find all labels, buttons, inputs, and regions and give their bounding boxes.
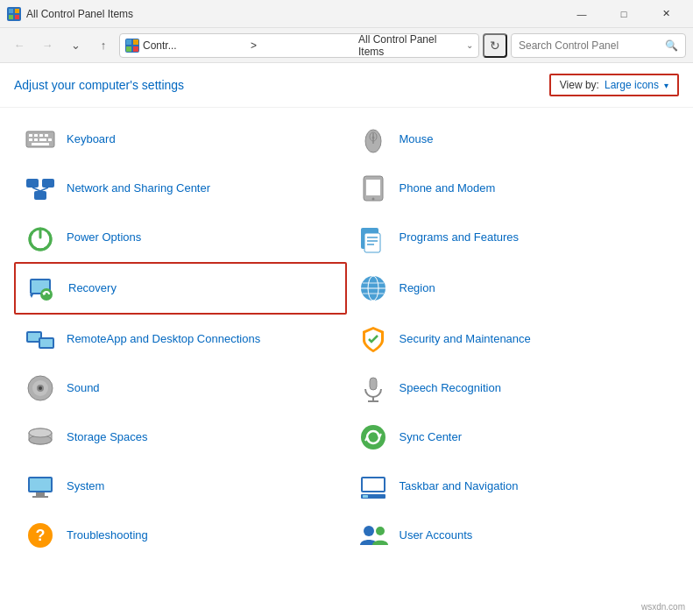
svg-rect-15	[39, 138, 46, 141]
item-label-power: Power Options	[67, 230, 141, 245]
svg-rect-22	[26, 179, 39, 188]
item-icon-sync	[356, 420, 391, 455]
panel-item-system[interactable]: System	[14, 462, 347, 511]
panel-item-programs[interactable]: Programs and Features	[347, 213, 680, 262]
item-icon-keyboard	[23, 122, 58, 157]
view-by-label: View by:	[560, 79, 599, 91]
svg-rect-64	[36, 492, 45, 496]
svg-rect-49	[40, 339, 53, 347]
panel-item-user[interactable]: User Accounts	[347, 511, 680, 560]
panel-item-security[interactable]: Security and Maintenance	[347, 315, 680, 364]
item-label-user: User Accounts	[400, 528, 473, 543]
svg-rect-6	[126, 46, 131, 52]
item-label-sound: Sound	[67, 381, 100, 396]
item-icon-mouse	[356, 122, 391, 157]
item-label-region: Region	[400, 281, 435, 296]
panel-item-region[interactable]: Region	[347, 262, 680, 315]
svg-rect-17	[32, 143, 49, 145]
dropdown-button[interactable]: ⌄	[63, 33, 88, 58]
item-icon-remote	[23, 322, 58, 357]
svg-point-29	[371, 198, 374, 201]
svg-rect-3	[15, 15, 19, 19]
panel-item-network[interactable]: Network and Sharing Center	[14, 164, 347, 213]
up-button[interactable]: ↑	[91, 33, 116, 58]
panel-item-speech[interactable]: Speech Recognition	[347, 364, 680, 413]
svg-rect-7	[133, 46, 138, 52]
search-box[interactable]: 🔍	[511, 33, 686, 58]
panel-item-recovery[interactable]: Recovery	[14, 262, 347, 315]
app-icon	[7, 7, 21, 21]
panel-item-troubleshoot[interactable]: ? Troubleshooting	[14, 511, 347, 560]
panel-item-keyboard[interactable]: Keyboard	[14, 115, 347, 164]
watermark: wsxdn.com	[639, 601, 688, 612]
svg-rect-55	[370, 378, 377, 390]
item-icon-taskbar	[356, 469, 391, 504]
minimize-button[interactable]: —	[562, 0, 602, 28]
search-input[interactable]	[519, 39, 661, 52]
svg-rect-14	[34, 138, 38, 141]
svg-rect-23	[42, 179, 54, 188]
item-icon-programs	[356, 220, 391, 255]
svg-rect-33	[364, 233, 380, 252]
svg-point-72	[364, 526, 374, 536]
address-bar[interactable]: Contr... > All Control Panel Items ⌄	[119, 33, 479, 58]
panel-item-mouse[interactable]: Mouse	[347, 115, 680, 164]
svg-text:?: ?	[36, 527, 46, 544]
svg-point-60	[29, 428, 52, 437]
svg-rect-16	[48, 138, 52, 141]
item-icon-network	[23, 171, 58, 206]
panel-item-sound[interactable]: Sound	[14, 364, 347, 413]
window-title: All Control Panel Items	[26, 8, 562, 20]
item-icon-user	[356, 518, 391, 553]
item-label-phone: Phone and Modem	[400, 181, 496, 196]
svg-rect-13	[29, 138, 32, 141]
close-button[interactable]: ✕	[646, 0, 686, 28]
svg-line-25	[32, 188, 40, 191]
svg-rect-10	[34, 134, 38, 137]
panel-item-power[interactable]: Power Options	[14, 213, 347, 262]
item-label-recovery: Recovery	[68, 281, 117, 296]
view-by-control[interactable]: View by: Large icons ▾	[549, 74, 679, 96]
refresh-button[interactable]: ↻	[483, 33, 507, 58]
svg-marker-39	[30, 294, 33, 298]
svg-rect-5	[133, 39, 138, 45]
address-breadcrumb-contr: Contr...	[143, 39, 247, 52]
panel-item-sync[interactable]: Sync Center	[347, 413, 680, 462]
view-by-value: Large icons	[605, 79, 659, 91]
item-icon-system	[23, 469, 58, 504]
item-icon-speech	[356, 371, 391, 406]
main-content: Adjust your computer's settings View by:…	[0, 63, 693, 616]
svg-point-21	[371, 137, 374, 139]
title-bar: All Control Panel Items — □ ✕	[0, 0, 693, 28]
item-label-security: Security and Maintenance	[400, 332, 531, 347]
forward-button[interactable]: →	[35, 33, 60, 58]
back-button[interactable]: ←	[7, 33, 32, 58]
panel-item-taskbar[interactable]: Taskbar and Navigation	[347, 462, 680, 511]
search-icon: 🔍	[665, 39, 678, 52]
item-label-network: Network and Sharing Center	[67, 181, 210, 196]
panel-item-storage[interactable]: Storage Spaces	[14, 413, 347, 462]
item-icon-security	[356, 322, 391, 357]
svg-rect-47	[28, 333, 40, 341]
svg-rect-11	[39, 134, 43, 137]
address-breadcrumb-all: All Control Panel Items	[358, 33, 463, 58]
item-label-storage: Storage Spaces	[67, 430, 148, 445]
item-icon-recovery	[25, 271, 60, 306]
item-icon-region	[356, 271, 391, 306]
svg-point-61	[361, 425, 385, 450]
svg-rect-65	[32, 496, 48, 498]
svg-rect-67	[363, 478, 384, 491]
item-label-remote: RemoteApp and Desktop Connections	[67, 332, 260, 347]
panel-item-phone[interactable]: Phone and Modem	[347, 164, 680, 213]
maximize-button[interactable]: □	[604, 0, 644, 28]
navigation-bar: ← → ⌄ ↑ Contr... > All Control Panel Ite…	[0, 28, 693, 63]
item-icon-troubleshoot: ?	[23, 518, 58, 553]
svg-rect-9	[29, 134, 32, 137]
svg-rect-12	[45, 134, 48, 137]
svg-rect-63	[30, 478, 51, 491]
panel-item-remote[interactable]: RemoteApp and Desktop Connections	[14, 315, 347, 364]
svg-line-26	[40, 188, 48, 191]
svg-rect-28	[366, 180, 380, 195]
item-label-keyboard: Keyboard	[67, 132, 116, 147]
item-label-speech: Speech Recognition	[400, 381, 501, 396]
